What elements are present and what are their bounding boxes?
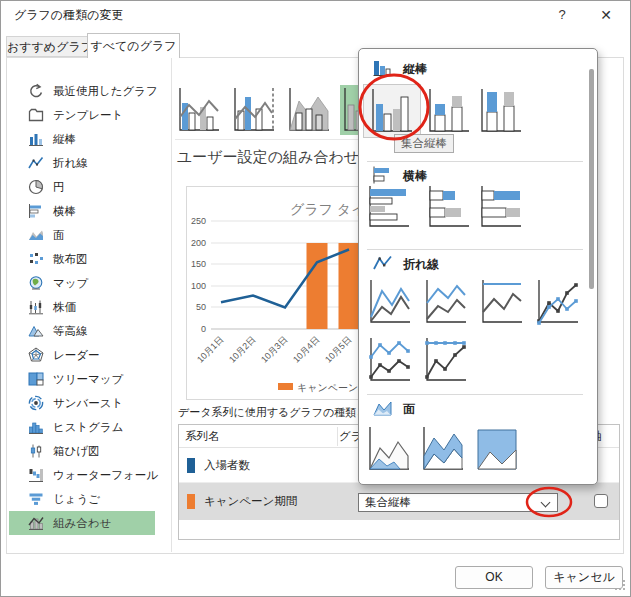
legend-swatch: [278, 383, 293, 390]
visitors-line: [221, 250, 349, 308]
sidebar-item-funnel[interactable]: じょうご: [9, 487, 155, 511]
radar-chart-icon: [28, 347, 44, 363]
stacked-bar-icon: [427, 185, 471, 229]
thumb-100-stacked-line[interactable]: [477, 276, 527, 328]
waterfall-chart-icon: [28, 467, 44, 483]
sidebar-item-stock[interactable]: 株価: [9, 295, 155, 319]
column-line-secondary-axis-icon: [232, 87, 276, 133]
visitors-swatch: [187, 458, 195, 473]
thumb-area[interactable]: [365, 424, 413, 474]
popup-separator: [367, 394, 583, 395]
section-label-line: 折れ線: [403, 256, 439, 273]
thumb-stacked-bar[interactable]: [425, 184, 473, 230]
popup-scrollbar[interactable]: [589, 69, 594, 289]
sidebar-item-surface[interactable]: 等高線: [9, 319, 155, 343]
bar-section-icon: [372, 166, 394, 184]
thumb-100-stacked-column[interactable]: [477, 86, 525, 136]
popup-separator: [367, 161, 583, 162]
clustered-bar-icon: [367, 185, 411, 229]
chart-type-select[interactable]: 集合縦棒: [358, 493, 558, 512]
sidebar-item-combo[interactable]: 組み合わせ: [9, 511, 155, 535]
sidebar-item-column[interactable]: 縦棒: [9, 127, 155, 151]
tab-recommended-charts[interactable]: おすすめグラフ: [6, 36, 88, 57]
svg-text:150: 150: [191, 259, 206, 269]
cancel-button[interactable]: キャンセル: [545, 566, 623, 589]
dialog-title: グラフの種類の変更: [14, 7, 123, 24]
thumb-stacked-line[interactable]: [421, 276, 471, 328]
y-axis-labels: 250 200 150 100 50 0: [191, 216, 206, 334]
close-button[interactable]: ✕: [594, 4, 618, 26]
sidebar-item-pie[interactable]: 円: [9, 175, 155, 199]
area-section-icon: [372, 399, 394, 417]
svg-text:10月1日: 10月1日: [195, 334, 225, 364]
section-label-column: 縦棒: [403, 61, 427, 78]
stacked-line-icon: [424, 279, 468, 325]
hundred-stacked-area-icon: [475, 426, 519, 472]
thumb-stacked-area[interactable]: [419, 424, 467, 474]
thumb-100-stacked-area[interactable]: [473, 424, 521, 474]
series-name: 入場者数: [204, 458, 250, 473]
sidebar-item-map[interactable]: マップ: [9, 271, 155, 295]
sidebar-item-histogram[interactable]: ヒストグラム: [9, 415, 155, 439]
svg-text:10月2日: 10月2日: [227, 334, 257, 364]
sidebar-item-line[interactable]: 折れ線: [9, 151, 155, 175]
sidebar-item-waterfall[interactable]: ウォーターフォール: [9, 463, 155, 487]
map-chart-icon: [28, 275, 44, 291]
chart-type-select-value: 集合縦棒: [365, 496, 411, 508]
combo-thumb-clustered-column-line[interactable]: [175, 85, 223, 135]
sidebar-item-templates[interactable]: テンプレート: [9, 103, 155, 127]
thumb-line-with-markers[interactable]: [533, 276, 583, 328]
hundred-stacked-bar-icon: [479, 185, 523, 229]
thumb-line[interactable]: [365, 276, 415, 328]
stacked-area-icon: [421, 426, 465, 472]
svg-text:0: 0: [201, 324, 206, 334]
scatter-chart-icon: [28, 251, 44, 267]
sidebar-item-scatter[interactable]: 散布図: [9, 247, 155, 271]
treemap-chart-icon: [28, 371, 44, 387]
combo-thumb-stacked-area-column[interactable]: [285, 85, 333, 135]
sidebar-item-bar[interactable]: 横棒: [9, 199, 155, 223]
ok-button[interactable]: OK: [455, 566, 533, 589]
thumb-clustered-column[interactable]: [363, 84, 421, 138]
area-icon: [367, 426, 411, 472]
secondary-axis-checkbox[interactable]: [594, 494, 608, 508]
svg-text:250: 250: [191, 216, 206, 226]
thumb-clustered-bar[interactable]: [365, 184, 413, 230]
tab-all-charts[interactable]: すべてのグラフ: [87, 33, 180, 58]
clustered-column-icon: [369, 88, 415, 134]
chart-type-popup: 縦棒 集合縦棒 横棒 折れ線: [358, 48, 598, 485]
sunburst-chart-icon: [28, 395, 44, 411]
chevron-down-icon[interactable]: [541, 498, 551, 508]
hundred-stacked-line-icon: [480, 279, 524, 325]
thumb-stacked-line-with-markers[interactable]: [365, 334, 415, 386]
combo-thumb-column-line-secondary-axis[interactable]: [230, 85, 278, 135]
campaign-swatch: [187, 494, 195, 509]
x-axis-labels: 10月1日 10月2日 10月3日 10月4日 10月5日: [195, 334, 353, 364]
sidebar-item-area[interactable]: 面: [9, 223, 155, 247]
thumb-stacked-column[interactable]: [425, 86, 473, 136]
sidebar-item-boxwhisker[interactable]: 箱ひげ図: [9, 439, 155, 463]
section-heading: ユーザー設定の組み合わせ: [177, 148, 359, 167]
histogram-chart-icon: [28, 419, 44, 435]
sidebar-item-radar[interactable]: レーダー: [9, 343, 155, 367]
sidebar-item-recent[interactable]: 最近使用したグラフ: [9, 79, 155, 103]
line-chart-icon: [28, 155, 44, 171]
thumb-100-stacked-bar[interactable]: [477, 184, 525, 230]
surface-chart-icon: [28, 323, 44, 339]
help-button[interactable]: ?: [550, 4, 574, 26]
stacked-line-markers-icon: [368, 337, 412, 383]
funnel-chart-icon: [28, 491, 44, 507]
thumb-100-stacked-line-with-markers[interactable]: [421, 334, 471, 386]
sidebar-item-sunburst[interactable]: サンバースト: [9, 391, 155, 415]
header-divider: [337, 427, 338, 446]
recent-icon: [28, 83, 44, 99]
series-name: キャンペーン期間: [204, 494, 297, 509]
col-header-series: 系列名: [185, 429, 220, 444]
box-whisker-icon: [28, 443, 44, 459]
stacked-column-icon: [427, 88, 471, 134]
line-icon: [368, 279, 412, 325]
tooltip-clustered-column: 集合縦棒: [394, 134, 454, 153]
combo-chart-icon: [28, 515, 44, 531]
stock-chart-icon: [28, 299, 44, 315]
sidebar-item-treemap[interactable]: ツリーマップ: [9, 367, 155, 391]
